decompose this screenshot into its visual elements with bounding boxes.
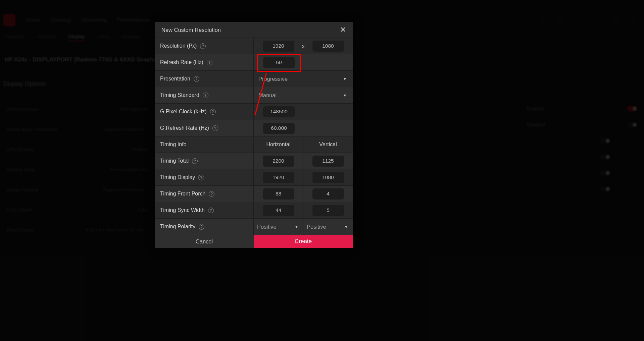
- header-horizontal: Horizontal: [254, 136, 303, 153]
- timing-standard-select[interactable]: Manual▾: [258, 92, 348, 99]
- timing-front-porch-v-input[interactable]: [312, 188, 344, 200]
- label-grefresh-rate: G.Refresh Rate (Hz): [155, 120, 254, 136]
- timing-total-v-input[interactable]: [312, 156, 344, 167]
- timing-display-v-input[interactable]: [312, 172, 344, 183]
- label-timing-polarity: Timing Polarity: [155, 219, 254, 235]
- timing-total-h-input[interactable]: [263, 156, 294, 167]
- label-timing-display: Timing Display: [155, 169, 254, 185]
- label-timing-front-porch: Timing Front Porch: [155, 186, 254, 202]
- timing-front-porch-h-input[interactable]: [263, 188, 294, 200]
- close-icon[interactable]: ✕: [340, 25, 346, 34]
- timing-sync-width-h-input[interactable]: [263, 205, 294, 216]
- label-presentation: Presentation: [155, 71, 254, 87]
- chevron-down-icon: ▾: [345, 224, 347, 229]
- create-button[interactable]: Create: [254, 235, 353, 248]
- presentation-select[interactable]: Progressive▾: [258, 76, 348, 82]
- dialog-header: New Custom Resolution ✕: [155, 22, 353, 38]
- help-icon[interactable]: [208, 208, 214, 213]
- label-gpixel-clock: G.Pixel Clock (kHz): [155, 104, 254, 120]
- gpixel-clock-input[interactable]: [263, 106, 295, 117]
- label-timing-total: Timing Total: [155, 153, 254, 169]
- grefresh-rate-input[interactable]: [263, 123, 295, 134]
- label-timing-standard: Timing Standard: [155, 87, 254, 103]
- timing-sync-width-v-input[interactable]: [312, 205, 344, 216]
- resolution-height-input[interactable]: [312, 41, 344, 52]
- label-timing-info: Timing Info: [155, 136, 254, 153]
- label-resolution: Resolution (Px): [155, 38, 254, 54]
- help-icon[interactable]: [203, 93, 208, 98]
- label-refresh-rate: Refresh Rate (Hz): [155, 54, 254, 70]
- help-icon[interactable]: [212, 125, 218, 131]
- chevron-down-icon: ▾: [295, 224, 298, 229]
- header-vertical: Vertical: [303, 136, 353, 153]
- help-icon[interactable]: [209, 191, 214, 197]
- help-icon[interactable]: [192, 158, 198, 164]
- chevron-down-icon: ▾: [344, 93, 346, 98]
- resolution-width-input[interactable]: [263, 41, 294, 52]
- help-icon[interactable]: [200, 43, 206, 49]
- dialog-title: New Custom Resolution: [161, 27, 221, 33]
- label-timing-sync-width: Timing Sync Width: [155, 202, 254, 218]
- help-icon[interactable]: [198, 175, 204, 180]
- refresh-rate-input[interactable]: [263, 57, 295, 68]
- timing-polarity-v-select[interactable]: Positive▾: [307, 224, 349, 230]
- timing-polarity-h-select[interactable]: Positive▾: [257, 224, 300, 230]
- help-icon[interactable]: [207, 60, 212, 65]
- help-icon[interactable]: [194, 76, 199, 82]
- help-icon[interactable]: [210, 109, 216, 115]
- timing-display-h-input[interactable]: [263, 172, 294, 183]
- chevron-down-icon: ▾: [344, 76, 346, 81]
- resolution-separator: x: [300, 43, 306, 49]
- help-icon[interactable]: [199, 224, 204, 230]
- new-custom-resolution-dialog: New Custom Resolution ✕ Resolution (Px) …: [155, 22, 353, 248]
- cancel-button[interactable]: Cancel: [155, 235, 254, 248]
